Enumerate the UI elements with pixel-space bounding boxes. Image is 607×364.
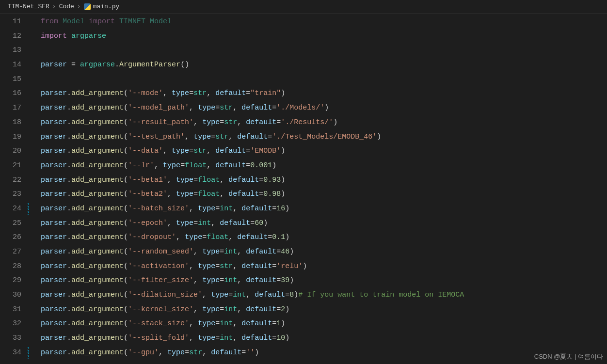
breadcrumb-file-name: main.py	[93, 3, 120, 10]
code-line[interactable]: parser.add_argument('--gpu', type=str, d…	[41, 346, 607, 360]
code-line[interactable]: from Model import TIMNET_Model	[41, 15, 607, 29]
code-line[interactable]: parser.add_argument('--batch_size', type…	[41, 202, 607, 216]
code-line[interactable]: parser.add_argument('--kernel_size', typ…	[41, 302, 607, 317]
line-number: 21	[0, 158, 30, 173]
line-number: 24	[0, 202, 30, 216]
code-line[interactable]: parser.add_argument('--dilation_size', t…	[41, 288, 607, 302]
line-number-gutter: 1112131415161718192021222324252627282930…	[0, 14, 30, 364]
line-number: 26	[0, 230, 30, 245]
line-number: 29	[0, 273, 30, 288]
code-line[interactable]: parser.add_argument('--stack_size', type…	[41, 317, 607, 331]
line-number: 16	[0, 86, 30, 101]
code-line[interactable]: parser.add_argument('--random_seed', typ…	[41, 245, 607, 259]
line-number: 30	[0, 288, 30, 302]
code-line[interactable]: parser.add_argument('--result_path', typ…	[41, 115, 607, 130]
line-number: 19	[0, 130, 30, 144]
code-line[interactable]	[41, 72, 607, 87]
line-number: 20	[0, 144, 30, 158]
code-line[interactable]: parser.add_argument('--lr', type=float, …	[41, 158, 607, 173]
code-line[interactable]: parser = argparse.ArgumentParser()	[41, 58, 607, 72]
code-line[interactable]: parser.add_argument('--activation', type…	[41, 259, 607, 274]
chevron-right-icon: ›	[77, 3, 81, 10]
line-number: 17	[0, 101, 30, 115]
code-line[interactable]	[41, 43, 607, 58]
code-line[interactable]: parser.add_argument('--data', type=str, …	[41, 144, 607, 158]
code-line[interactable]: parser.add_argument('--mode', type=str, …	[41, 86, 607, 101]
code-line[interactable]: parser.add_argument('--split_fold', type…	[41, 331, 607, 346]
python-file-icon	[84, 3, 91, 10]
breadcrumb[interactable]: TIM-Net_SER › Code › main.py	[0, 0, 607, 14]
code-line[interactable]: parser.add_argument('--model_path', type…	[41, 101, 607, 115]
line-number: 23	[0, 187, 30, 202]
code-line[interactable]: parser.add_argument('--beta1', type=floa…	[41, 173, 607, 188]
breadcrumb-seg-root[interactable]: TIM-Net_SER	[8, 3, 49, 10]
line-number: 33	[0, 331, 30, 346]
line-number: 15	[0, 72, 30, 87]
code-line[interactable]: parser.add_argument('--epoch', type=int,…	[41, 216, 607, 231]
line-number: 27	[0, 245, 30, 259]
line-number: 14	[0, 58, 30, 72]
code-line[interactable]: parser.add_argument('--test_path', type=…	[41, 130, 607, 144]
code-content[interactable]: from Model import TIMNET_Modelimport arg…	[30, 14, 607, 364]
code-editor[interactable]: 1112131415161718192021222324252627282930…	[0, 14, 607, 364]
line-number: 31	[0, 302, 30, 317]
line-number: 11	[0, 15, 30, 29]
code-line[interactable]: parser.add_argument('--filter_size', typ…	[41, 273, 607, 288]
line-number: 18	[0, 115, 30, 130]
code-line[interactable]: parser.add_argument('--dropout', type=fl…	[41, 230, 607, 245]
line-number: 28	[0, 259, 30, 274]
code-line[interactable]	[41, 360, 607, 364]
line-number: 22	[0, 173, 30, 188]
watermark-text: CSDN @夏天 | 여름이다	[534, 352, 603, 361]
breadcrumb-seg-file[interactable]: main.py	[84, 3, 120, 10]
line-number: 13	[0, 43, 30, 58]
line-number: 32	[0, 317, 30, 331]
code-line[interactable]: parser.add_argument('--beta2', type=floa…	[41, 187, 607, 202]
breadcrumb-seg-folder[interactable]: Code	[59, 3, 74, 10]
line-number: 12	[0, 29, 30, 44]
line-number: 35	[0, 360, 30, 364]
line-number: 25	[0, 216, 30, 231]
code-line[interactable]: import argparse	[41, 29, 607, 44]
chevron-right-icon: ›	[52, 3, 56, 10]
line-number: 34	[0, 346, 30, 360]
